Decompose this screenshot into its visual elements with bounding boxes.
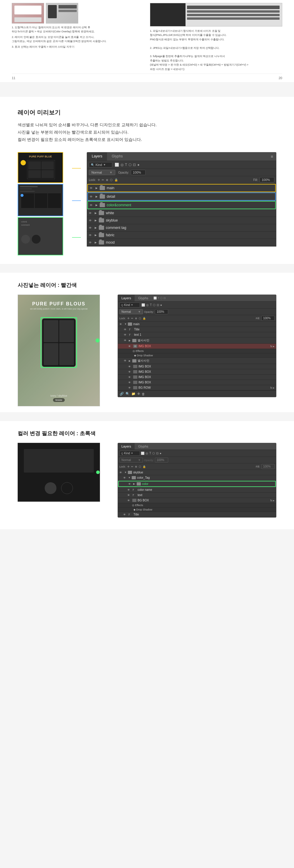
color-layer-text[interactable]: 👁 T text	[118, 493, 276, 498]
eye-icon-skyblue[interactable]: 👁	[89, 219, 94, 222]
photo-filter-5[interactable]: ⊡	[157, 303, 159, 307]
photo-icon-2[interactable]: T	[158, 297, 159, 300]
arrow-icon-comment-tag[interactable]: ▶	[95, 226, 98, 229]
photo-eye-imgbox[interactable]: 👁	[128, 345, 132, 348]
filter-icon-type[interactable]: T	[125, 163, 127, 167]
color-eye-colorname[interactable]: 👁	[127, 489, 131, 491]
photo-filter-3[interactable]: T	[150, 303, 152, 307]
color-layer-title[interactable]: 👁 T Title	[118, 512, 276, 517]
eye-icon-detail[interactable]: 👁	[90, 195, 94, 198]
lock-icon-brush[interactable]: ✏	[102, 178, 104, 182]
color-eye-color[interactable]: 👁	[128, 483, 132, 486]
color-filter-4[interactable]: ⬡	[152, 452, 155, 455]
photo-icon-3[interactable]: ⬡	[160, 297, 163, 300]
photo-layer-section2[interactable]: 👁 ▶ 별사사인	[118, 358, 276, 364]
photo-eye-imgbox4[interactable]: 👁	[128, 381, 132, 384]
color-eye-title[interactable]: 👁	[123, 513, 127, 516]
color-lock-1[interactable]: ✛	[127, 465, 130, 468]
photo-filter-2[interactable]: ◎	[146, 303, 149, 307]
color-layer-colorname[interactable]: 👁 T color name	[118, 487, 276, 493]
photo-lock-2[interactable]: ✏	[131, 317, 133, 320]
color-filter-3[interactable]: T	[149, 452, 151, 455]
photo-layer-imgbox-3[interactable]: 👁 IMG BOX	[118, 375, 276, 380]
photo-toolbar-trash[interactable]: 🗑	[142, 392, 145, 396]
photo-eye-text1[interactable]: 👁	[124, 333, 128, 336]
color-filter-6[interactable]: ●	[160, 452, 161, 455]
layer-item-fabric[interactable]: 👁 ▶ fabric	[87, 231, 276, 239]
eye-icon-white[interactable]: 👁	[89, 212, 94, 215]
blend-mode-select[interactable]: Normal ▼	[89, 170, 115, 175]
color-filter-5[interactable]: ⊡	[156, 452, 159, 455]
color-eye-colortag[interactable]: 👁	[123, 476, 127, 479]
photo-filter-1[interactable]: ⬜	[141, 303, 145, 307]
color-layer-colortag[interactable]: 👁 ▼ color_Tag	[118, 475, 276, 480]
photo-blend-select[interactable]: Normal▼	[119, 309, 143, 314]
layer-item-main[interactable]: 👁 ▶ main	[87, 184, 276, 192]
color-layer-bgbox[interactable]: 👁 BG BOX fx ▸	[118, 498, 276, 503]
color-lock-5[interactable]: 🔒	[142, 465, 146, 468]
layer-item-color-comment[interactable]: 👁 ▶ color&comment	[87, 201, 276, 209]
photo-lock-3[interactable]: ⊕	[135, 317, 137, 320]
photo-layer-text1[interactable]: 👁 T text 1	[118, 332, 276, 338]
lock-icon-move[interactable]: ✛	[98, 178, 100, 182]
filter-icon-smart[interactable]: ⊡	[133, 163, 136, 167]
photo-layer-imgbox-4[interactable]: 👁 IMG BOX	[118, 380, 276, 385]
photo-layer-main[interactable]: 👁 ▼ main	[118, 321, 276, 327]
layer-item-mood[interactable]: 👁 ▶ mood	[87, 239, 276, 246]
color-lock-2[interactable]: ✏	[131, 465, 133, 468]
eye-icon-colorcomment[interactable]: 👁	[90, 204, 94, 207]
color-arrow-skyblue[interactable]: ▼	[124, 471, 127, 474]
photo-fill-value[interactable]: 100%	[261, 316, 274, 321]
layer-item-detail[interactable]: 👁 ▶ detail	[87, 192, 276, 201]
photo-filter-6[interactable]: ●	[160, 303, 162, 307]
color-lock-3[interactable]: ⊕	[135, 465, 137, 468]
photo-eye-section2[interactable]: 👁	[124, 359, 128, 362]
photo-toolbar-link[interactable]: 🔗	[120, 392, 124, 396]
arrow-icon-white[interactable]: ▶	[95, 212, 98, 215]
eye-icon-comment-tag[interactable]: 👁	[89, 226, 94, 229]
arrow-icon-main[interactable]: ▶	[96, 187, 99, 189]
color-opacity-value[interactable]: 100%	[155, 458, 168, 463]
photo-icon-4[interactable]: ⊡	[163, 297, 166, 300]
eye-icon-mood[interactable]: 👁	[89, 241, 94, 244]
arrow-icon-detail[interactable]: ▶	[96, 195, 99, 198]
color-search-box[interactable]: Q Kind ▼	[119, 451, 140, 456]
tab-glyphs[interactable]: Glyphs	[107, 152, 127, 161]
arrow-icon-fabric[interactable]: ▶	[95, 234, 98, 237]
color-tab-glyphs[interactable]: Glyphs	[135, 443, 152, 450]
photo-layer-imgbox-red[interactable]: 👁 ⊡ IMG BOX fx ▸	[118, 344, 276, 349]
filter-icon-adjust[interactable]: ◎	[121, 163, 124, 167]
photo-lock-1[interactable]: ✛	[127, 317, 130, 320]
color-eye-text[interactable]: 👁	[127, 494, 131, 497]
lock-icon-lock[interactable]: 🔒	[115, 178, 118, 182]
photo-eye-imgbox2[interactable]: 👁	[128, 370, 132, 373]
lock-icon-artboard[interactable]: ⬡	[110, 178, 112, 182]
photo-lock-4[interactable]: ⬡	[139, 317, 141, 320]
opacity-value[interactable]: 100%	[131, 170, 145, 175]
photo-arrow-section1[interactable]: ▶	[129, 339, 132, 342]
arrow-icon-colorcomment[interactable]: ▶	[96, 204, 99, 207]
arrow-icon-skyblue[interactable]: ▶	[95, 219, 98, 222]
photo-layer-title[interactable]: 👁 T Title	[118, 327, 276, 332]
layers-menu-icon[interactable]: ≡	[268, 152, 276, 161]
photo-eye-imgbox3[interactable]: 👁	[128, 376, 132, 379]
filter-icon-pixel[interactable]: ⬜	[115, 163, 119, 167]
color-filter-1[interactable]: ⬜	[141, 452, 144, 455]
photo-tab-layers[interactable]: Layers	[118, 295, 135, 301]
layer-item-white[interactable]: 👁 ▶ white	[87, 210, 276, 217]
photo-eye-bgrow[interactable]: 👁	[128, 386, 132, 389]
filter-icon-circle[interactable]: ●	[137, 163, 139, 167]
color-arrow-color[interactable]: ▶	[133, 483, 136, 485]
arrow-icon-mood[interactable]: ▶	[95, 241, 98, 244]
photo-lock-5[interactable]: 🔒	[142, 317, 146, 320]
color-lock-4[interactable]: ⬡	[139, 465, 141, 468]
photo-filter-4[interactable]: ⬡	[153, 303, 156, 307]
photo-layer-section1[interactable]: 👁 ▶ 별사사인	[118, 338, 276, 344]
color-filter-2[interactable]: ◎	[145, 452, 148, 455]
photo-icon-1[interactable]: ⬜	[154, 297, 157, 300]
layer-item-skyblue[interactable]: 👁 ▶ skyblue	[87, 217, 276, 224]
photo-eye-section1[interactable]: 👁	[124, 339, 128, 342]
photo-arrow-section2[interactable]: ▶	[129, 360, 132, 362]
tab-layers[interactable]: Layers	[87, 152, 107, 161]
color-eye-bgbox[interactable]: 👁	[127, 499, 131, 502]
